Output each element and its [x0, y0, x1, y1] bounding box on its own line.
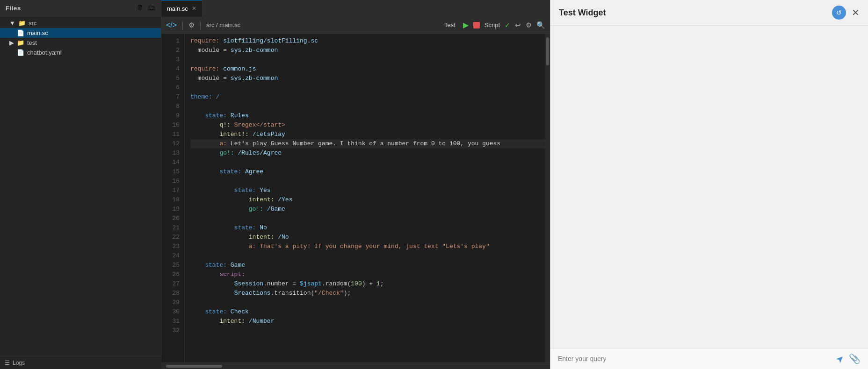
file-panel-title: Files: [6, 5, 21, 12]
sidebar-item-src[interactable]: ▼ 📁 src: [0, 18, 161, 28]
close-button[interactable]: ✕: [852, 7, 860, 18]
new-folder-icon[interactable]: 🗂: [148, 4, 155, 12]
chat-messages: [550, 26, 868, 348]
code-content[interactable]: require: slotfilling/slotFilling.sc modu…: [185, 34, 545, 362]
file-panel: Files 🗎 🗂 ▼ 📁 src 📄 main.sc ▶ 📁 test 📄 c…: [0, 0, 161, 369]
sidebar-item-label: chatbot.yaml: [27, 49, 62, 56]
sidebar-item-label: main.sc: [27, 29, 48, 36]
script-label: Script: [485, 21, 500, 28]
file-tree: ▼ 📁 src 📄 main.sc ▶ 📁 test 📄 chatbot.yam…: [0, 16, 161, 369]
search-icon[interactable]: 🔍: [536, 21, 545, 29]
settings-icon[interactable]: ⚙: [188, 21, 195, 29]
sidebar-item-main-sc[interactable]: 📄 main.sc: [0, 28, 161, 38]
widget-header-right: ↺ ✕: [832, 6, 860, 20]
attach-icon[interactable]: 📎: [849, 353, 861, 364]
editor-panel: main.sc ✕ </> ⚙ src / main.sc Test ▶ Scr…: [161, 0, 550, 369]
tab-main-sc[interactable]: main.sc ✕: [161, 0, 203, 16]
code-icon[interactable]: </>: [166, 21, 177, 29]
send-icon[interactable]: ➤: [833, 352, 847, 366]
chevron-right-icon: ▶: [9, 39, 14, 46]
sidebar-item-test[interactable]: ▶ 📁 test: [0, 38, 161, 48]
file-icon: 📄: [17, 49, 24, 56]
toolbar-right: Test ▶ Script ✓ ↩ ⚙ 🔍: [441, 21, 545, 29]
scrollbar-h-thumb[interactable]: [166, 365, 222, 368]
stop-icon[interactable]: [473, 22, 480, 28]
new-file-icon[interactable]: 🗎: [137, 4, 144, 12]
test-widget: Test Widget ↺ ✕ ➤ 📎: [550, 0, 868, 369]
tab-bar: main.sc ✕: [161, 0, 550, 17]
toolbar-separator2: [200, 21, 201, 29]
chat-input[interactable]: [558, 355, 832, 362]
file-panel-header: Files 🗎 🗂: [0, 0, 161, 16]
editor-toolbar: </> ⚙ src / main.sc Test ▶ Script ✓ ↩ ⚙ …: [161, 17, 550, 34]
log-label: Logs: [13, 360, 25, 366]
widget-title: Test Widget: [559, 8, 606, 18]
log-bar[interactable]: ☰ Logs: [0, 356, 161, 369]
test-button[interactable]: Test: [441, 21, 458, 29]
check-icon[interactable]: ✓: [505, 21, 510, 29]
folder-icon: 📁: [18, 20, 26, 27]
widget-header: Test Widget ↺ ✕: [550, 0, 868, 26]
log-icon: ☰: [5, 360, 10, 366]
sidebar-item-chatbot-yaml[interactable]: 📄 chatbot.yaml: [0, 48, 161, 57]
horizontal-scrollbar[interactable]: [161, 362, 550, 369]
tab-label: main.sc: [167, 5, 188, 12]
sidebar-item-label: test: [27, 39, 37, 46]
refresh-button[interactable]: ↺: [832, 6, 846, 20]
sidebar-item-label: src: [29, 20, 36, 27]
toolbar-separator: [182, 21, 183, 29]
file-panel-icons: 🗎 🗂: [137, 4, 155, 12]
play-icon[interactable]: ▶: [463, 21, 469, 29]
scrollbar-thumb[interactable]: [546, 37, 549, 65]
file-icon: 📄: [17, 29, 24, 36]
vertical-scrollbar[interactable]: [545, 34, 550, 362]
chat-input-bar: ➤ 📎: [550, 348, 868, 369]
breadcrumb: src / main.sc: [206, 21, 436, 28]
folder-icon: 📁: [17, 39, 24, 46]
gear-icon[interactable]: ⚙: [526, 21, 532, 29]
chevron-down-icon: ▼: [9, 20, 15, 27]
code-area: 1234567891011121314151617181920212223242…: [161, 34, 550, 362]
tab-close-icon[interactable]: ✕: [192, 5, 196, 12]
line-numbers: 1234567891011121314151617181920212223242…: [161, 34, 185, 362]
undo-icon[interactable]: ↩: [515, 21, 521, 29]
